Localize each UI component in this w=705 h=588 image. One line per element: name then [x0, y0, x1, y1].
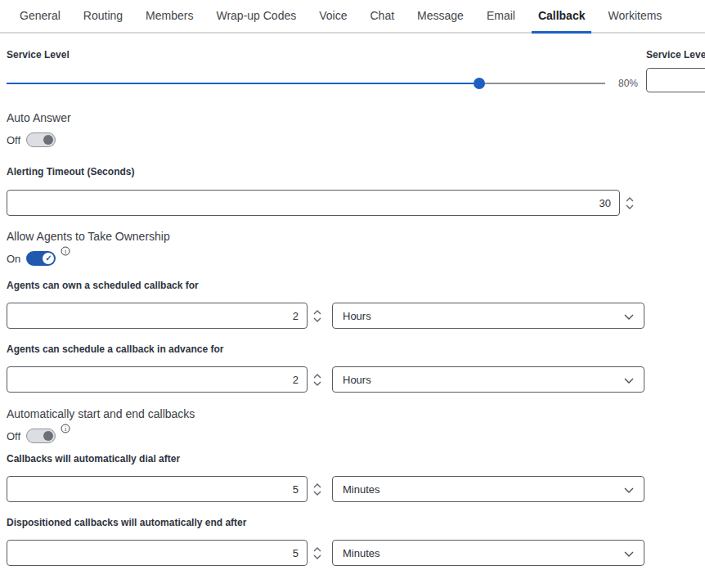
schedule-advance-input[interactable]: [7, 366, 308, 393]
auto-answer-toggle[interactable]: [26, 132, 56, 147]
chevron-up-icon[interactable]: [313, 374, 321, 379]
tab-callback[interactable]: Callback: [527, 0, 597, 32]
chevron-up-icon[interactable]: [313, 547, 321, 552]
own-callback-label: Agents can own a scheduled callback for: [7, 280, 698, 291]
chevron-down-icon[interactable]: [313, 317, 321, 322]
schedule-advance-unit-select[interactable]: Hours: [332, 366, 644, 393]
tab-workitems[interactable]: Workitems: [596, 0, 673, 32]
tab-bar: General Routing Members Wrap-up Codes Vo…: [0, 0, 705, 34]
alerting-timeout-label: Alerting Timeout (Seconds): [7, 166, 698, 177]
chevron-down-icon: [624, 310, 634, 322]
service-level-slider[interactable]: [7, 78, 605, 89]
auto-end-spinner: [313, 547, 321, 559]
auto-start-end-label: Automatically start and end callbacks: [7, 407, 698, 421]
own-callback-spinner: [313, 310, 321, 322]
toggle-knob: [43, 135, 53, 145]
chevron-down-icon[interactable]: [313, 554, 321, 559]
alerting-timeout-spinner: [626, 197, 634, 209]
chevron-down-icon[interactable]: [313, 381, 321, 386]
schedule-advance-label: Agents can schedule a callback in advanc…: [7, 343, 698, 355]
toggle-knob: [43, 431, 53, 441]
alerting-timeout-input[interactable]: [7, 190, 620, 216]
chevron-up-icon[interactable]: [313, 483, 321, 488]
auto-dial-label: Callbacks will automatically dial after: [7, 453, 698, 465]
auto-answer-label: Auto Answer: [7, 111, 698, 125]
auto-start-end-toggle[interactable]: [26, 429, 56, 443]
tab-routing[interactable]: Routing: [72, 0, 134, 32]
tab-general[interactable]: General: [8, 0, 72, 32]
own-callback-input[interactable]: [7, 303, 308, 329]
auto-dial-unit-select[interactable]: Minutes: [332, 476, 644, 502]
service-level-target-input[interactable]: [646, 68, 705, 92]
take-ownership-toggle[interactable]: ✓: [26, 251, 56, 266]
slider-thumb[interactable]: [474, 78, 485, 89]
tab-message[interactable]: Message: [406, 0, 475, 32]
schedule-advance-spinner: [313, 374, 321, 386]
chevron-up-icon[interactable]: [313, 310, 321, 315]
select-value: Hours: [343, 310, 371, 322]
info-icon[interactable]: i: [61, 245, 70, 259]
chevron-down-icon[interactable]: [626, 204, 634, 209]
check-icon: ✓: [43, 253, 54, 264]
auto-dial-input[interactable]: [7, 476, 308, 502]
take-ownership-label: Allow Agents to Take Ownership: [7, 230, 698, 244]
tab-members[interactable]: Members: [134, 0, 204, 32]
own-callback-unit-select[interactable]: Hours: [332, 303, 644, 329]
chevron-down-icon: [624, 547, 634, 559]
info-icon[interactable]: i: [61, 422, 70, 437]
service-level-target-section: Service Level T: [646, 49, 705, 92]
auto-dial-spinner: [313, 483, 321, 496]
service-level-target-label: Service Level T: [646, 49, 705, 61]
auto-end-unit-select[interactable]: Minutes: [332, 540, 644, 566]
select-value: Minutes: [343, 483, 380, 496]
tab-voice[interactable]: Voice: [308, 0, 358, 32]
slider-fill: [7, 83, 479, 84]
chevron-down-icon[interactable]: [313, 491, 321, 496]
svg-text:i: i: [65, 425, 67, 433]
chevron-down-icon: [624, 483, 634, 496]
auto-start-end-state: Off: [7, 430, 20, 442]
chevron-up-icon[interactable]: [626, 197, 634, 202]
take-ownership-state: On: [7, 253, 20, 265]
auto-answer-state: Off: [7, 134, 20, 146]
auto-end-input[interactable]: [7, 540, 308, 566]
tab-email[interactable]: Email: [475, 0, 527, 32]
service-level-value: 80%: [618, 78, 638, 89]
tab-chat[interactable]: Chat: [358, 0, 406, 32]
select-value: Hours: [343, 374, 371, 386]
svg-text:i: i: [65, 248, 67, 255]
tab-wrapup-codes[interactable]: Wrap-up Codes: [204, 0, 308, 32]
service-level-label: Service Level: [7, 49, 698, 61]
chevron-down-icon: [624, 374, 634, 386]
select-value: Minutes: [343, 547, 380, 559]
auto-end-label: Dispositioned callbacks will automatical…: [7, 517, 698, 528]
